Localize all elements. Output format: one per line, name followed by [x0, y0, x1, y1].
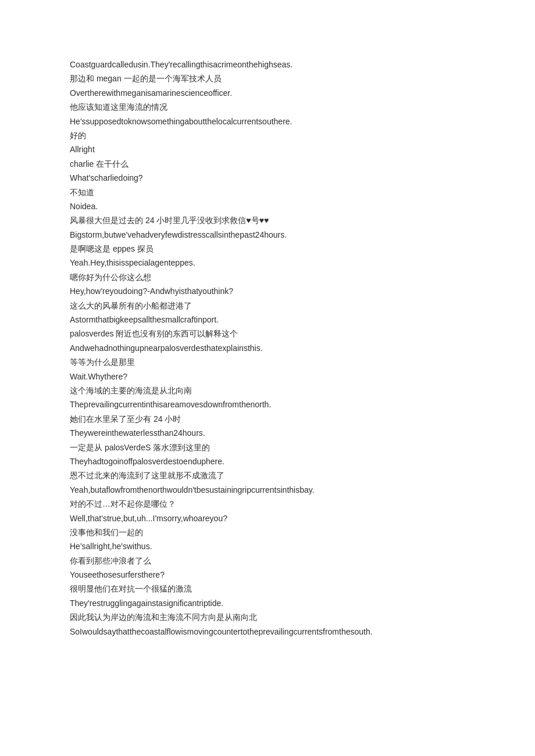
transcript-line-20: Andwehadnothingupnearpalosverdesthatexpl…: [70, 342, 465, 354]
transcript-line-39: 因此我认为岸边的海流和主海流不同方向是从南向北: [70, 611, 465, 624]
transcript-line-19: palosverdes 附近也没有别的东西可以解释这个: [70, 327, 465, 340]
transcript-line-24: Theprevailingcurrentinthisareamovesdownf…: [70, 398, 465, 411]
transcript-line-17: 这么大的风暴所有的小船都进港了: [70, 299, 465, 312]
transcript-line-16: Hey,how'reyoudoing?-Andwhyisthatyouthink…: [70, 285, 465, 298]
transcript-line-10: Noidea.: [70, 200, 465, 213]
transcript-line-18: Astormthatbigkeepsallthesmallcraftinport…: [70, 313, 465, 326]
transcript-line-14: Yeah.Hey,thisisspecialagenteppes.: [70, 256, 465, 269]
transcript-line-7: charlie 在干什么: [70, 157, 465, 170]
transcript-line-2: Overtherewithmeganisamarinescienceoffice…: [70, 87, 465, 99]
transcript-line-0: Coastguardcalledusin.They'recallingthisa…: [70, 58, 465, 71]
transcript-content: Coastguardcalledusin.They'recallingthisa…: [70, 58, 465, 638]
transcript-line-8: What'scharliedoing?: [70, 171, 465, 184]
transcript-line-36: Youseethosesurfersthere?: [70, 568, 465, 581]
transcript-line-26: Theywereinthewaterlessthan24hours.: [70, 427, 465, 439]
transcript-line-11: 风暴很大但是过去的 24 小时里几乎没收到求救信♥号♥♥: [70, 214, 465, 227]
transcript-line-3: 他应该知道这里海流的情况: [70, 101, 465, 113]
transcript-line-40: SoIwouldsaythatthecoastalflowismovingcou…: [70, 625, 465, 638]
transcript-line-23: 这个海域的主要的海流是从北向南: [70, 384, 465, 397]
transcript-line-4: He'ssupposedtoknowsomethingaboutthelocal…: [70, 115, 465, 128]
transcript-line-6: Allright: [70, 143, 465, 156]
transcript-line-37: 很明显他们在对抗一个很猛的激流: [70, 582, 465, 595]
transcript-line-1: 那边和 megan 一起的是一个海军技术人员: [70, 72, 465, 85]
transcript-line-30: Yeah,butaflowfromthenorthwouldn'tbesusta…: [70, 483, 465, 496]
transcript-line-21: 等等为什么是那里: [70, 356, 465, 368]
transcript-line-32: Well,that'strue,but,uh...I'msorry,whoare…: [70, 512, 465, 525]
transcript-line-35: 你看到那些冲浪者了么: [70, 554, 465, 567]
transcript-line-25: 她们在水里呆了至少有 24 小时: [70, 413, 465, 425]
transcript-line-13: 是啊嗯这是 eppes 探员: [70, 242, 465, 255]
transcript-line-27: 一定是从 palosVerdeS 落水漂到这里的: [70, 441, 465, 454]
transcript-line-22: Wait.Whythere?: [70, 370, 465, 383]
transcript-line-28: Theyhadtogoinoffpalosverdestoenduphere.: [70, 455, 465, 468]
transcript-line-33: 没事他和我们一起的: [70, 526, 465, 539]
transcript-line-9: 不知道: [70, 186, 465, 199]
transcript-line-38: They'restrugglingagainstasignificantript…: [70, 597, 465, 610]
transcript-line-34: He'sallright,he'swithus.: [70, 540, 465, 553]
transcript-line-15: 嗯你好为什公你这么想: [70, 271, 465, 284]
transcript-line-31: 对的不过…对不起你是哪位？: [70, 497, 465, 510]
transcript-line-29: 恩不过北来的海流到了这里就形不成激流了: [70, 469, 465, 482]
transcript-line-5: 好的: [70, 129, 465, 142]
transcript-line-12: Bigstorm,butwe'vehadveryfewdistresscalls…: [70, 228, 465, 241]
